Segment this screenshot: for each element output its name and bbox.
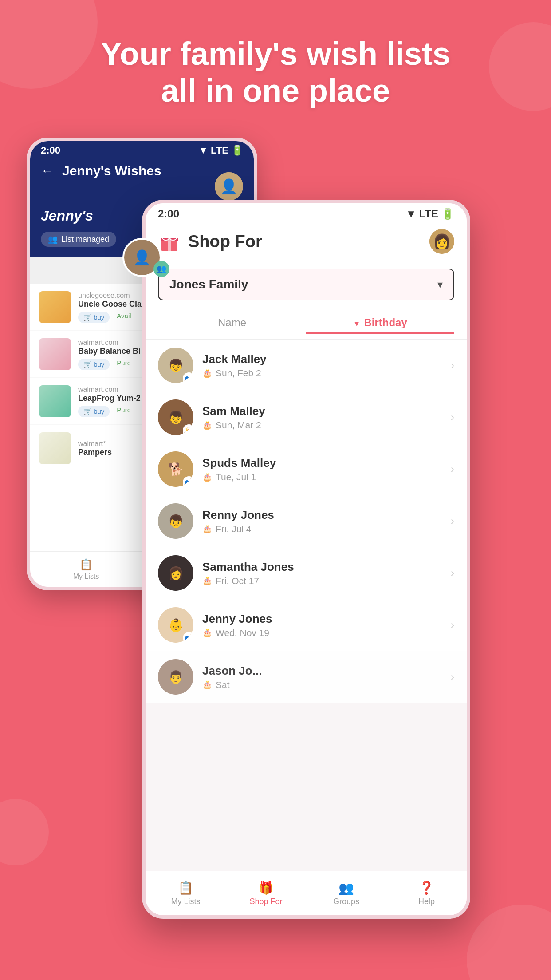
birthday-jenny: 🎂 Wed, Nov 19: [202, 628, 442, 638]
cake-icon-sam: 🎂: [202, 420, 212, 430]
front-tabbar: 📋 My Lists 🎁 Shop For 👥 Groups ❓ Help: [146, 871, 467, 915]
front-mylists-label: My Lists: [171, 897, 200, 906]
birthday-spuds: 🎂 Tue, Jul 1: [202, 472, 442, 482]
front-tab-shopfor[interactable]: 🎁 Shop For: [226, 871, 306, 915]
chevron-jason: ›: [451, 671, 454, 683]
wish-thumb-blocks: [39, 291, 71, 323]
birthday-jason: 🎂 Sat: [202, 680, 442, 690]
back-arrow-icon[interactable]: ←: [41, 164, 53, 178]
badge-sam: 👑: [183, 424, 193, 435]
person-item-renny[interactable]: 👦 Renny Jones 🎂 Fri, Jul 4 ›: [146, 495, 467, 547]
front-status-bar: 2:00 ▼ LTE 🔋: [146, 203, 467, 225]
info-jenny: Jenny Jones 🎂 Wed, Nov 19: [202, 612, 442, 638]
cake-icon-jack: 🎂: [202, 368, 212, 378]
birthday-date-sam: Sun, Mar 2: [216, 420, 261, 431]
birthday-date-renny: Fri, Jul 4: [216, 524, 252, 534]
dropdown-container: Jones Family ▾: [146, 261, 467, 308]
front-header: Shop For 👩: [146, 225, 467, 261]
name-jack: Jack Malley: [202, 352, 442, 366]
wish-thumb-bike: [39, 338, 71, 370]
dropdown-arrow-icon: ▾: [437, 278, 443, 291]
buy-button-2[interactable]: 🛒 buy: [78, 406, 110, 417]
front-groups-label: Groups: [333, 897, 359, 906]
hero-text: Your family's wish lists all in one plac…: [0, 36, 551, 109]
birthday-jack: 🎂 Sun, Feb 2: [202, 368, 442, 379]
list-managed-badge: 👥 List managed: [41, 232, 116, 247]
front-signal-icon: LTE: [419, 208, 438, 220]
family-dropdown[interactable]: Jones Family ▾: [158, 269, 454, 300]
dropdown-label: Jones Family: [169, 277, 248, 292]
back-nav: ← Jenny's Wishes: [41, 160, 243, 182]
birthday-samantha: 🎂 Fri, Oct 17: [202, 576, 442, 586]
back-status-bar: 2:00 ▼ LTE 🔋: [30, 141, 254, 160]
back-phone-title: Jenny's Wishes: [62, 163, 161, 178]
sort-arrow-icon: ▼: [353, 320, 362, 328]
avatar-jack: 👦 👥: [158, 348, 193, 383]
cake-icon-spuds: 🎂: [202, 472, 212, 482]
front-shopfor-icon: 🎁: [258, 881, 274, 895]
face-samantha: 👩: [158, 555, 193, 591]
group-badge-back: 👥: [153, 261, 169, 277]
cake-icon-jason: 🎂: [202, 680, 212, 690]
back-tab-mylists[interactable]: 📋 My Lists: [30, 552, 142, 587]
front-title: Shop For: [188, 232, 422, 251]
person-item-jack[interactable]: 👦 👥 Jack Malley 🎂 Sun, Feb 2 ›: [146, 340, 467, 391]
birthday-date-jack: Sun, Feb 2: [216, 368, 261, 379]
avatar-samantha: 👩: [158, 555, 193, 591]
person-item-sam[interactable]: 👦 👑 Sam Malley 🎂 Sun, Mar 2 ›: [146, 391, 467, 443]
badge-jack: 👥: [183, 372, 193, 383]
hero-line2: all in one place: [35, 72, 516, 109]
back-phone-avatar: 👤: [215, 172, 243, 201]
front-tab-help[interactable]: ❓ Help: [386, 871, 467, 915]
mylists-label: My Lists: [73, 573, 99, 581]
mylists-icon: 📋: [79, 558, 93, 571]
signal-icon: LTE: [211, 145, 228, 156]
buy-button-0[interactable]: 🛒 buy: [78, 312, 110, 323]
chevron-renny: ›: [451, 515, 454, 527]
person-item-samantha[interactable]: 👩 Samantha Jones 🎂 Fri, Oct 17 ›: [146, 547, 467, 599]
chevron-sam: ›: [451, 411, 454, 423]
cake-icon-jenny: 🎂: [202, 628, 212, 638]
jenny-cursive-name: Jenny's: [41, 208, 93, 224]
name-samantha: Samantha Jones: [202, 560, 442, 574]
avatar-face: 👤: [215, 172, 243, 201]
info-jack: Jack Malley 🎂 Sun, Feb 2: [202, 352, 442, 379]
gift-logo: [158, 230, 181, 253]
avatar-spuds: 🐕 👥: [158, 451, 193, 487]
info-samantha: Samantha Jones 🎂 Fri, Oct 17: [202, 560, 442, 586]
face-renny: 👦: [158, 503, 193, 539]
sort-tab-name[interactable]: Name: [158, 313, 306, 334]
front-wifi-icon: ▼: [406, 208, 417, 220]
badge-jenny: 👥: [183, 632, 193, 643]
avatar-jenny: 👶 👥: [158, 607, 193, 643]
buy-button-1[interactable]: 🛒 buy: [78, 359, 110, 370]
person-item-spuds[interactable]: 🐕 👥 Spuds Malley 🎂 Tue, Jul 1 ›: [146, 443, 467, 495]
avatar-renny: 👦: [158, 503, 193, 539]
birthday-sam: 🎂 Sun, Mar 2: [202, 420, 442, 431]
cake-icon-samantha: 🎂: [202, 576, 212, 586]
name-spuds: Spuds Malley: [202, 456, 442, 470]
sort-birthday-label: Birthday: [364, 316, 407, 328]
back-status-time: 2:00: [41, 145, 60, 156]
person-item-jason[interactable]: 👨 Jason Jo... 🎂 Sat ›: [146, 651, 467, 703]
front-tab-mylists[interactable]: 📋 My Lists: [146, 871, 226, 915]
birthday-date-spuds: Tue, Jul 1: [216, 472, 256, 482]
chevron-jack: ›: [451, 359, 454, 371]
front-tab-groups[interactable]: 👥 Groups: [306, 871, 386, 915]
back-status-icons: ▼ LTE 🔋: [198, 145, 243, 156]
front-status-time: 2:00: [158, 208, 179, 220]
front-shopfor-label: Shop For: [249, 897, 282, 906]
sort-name-label: Name: [218, 316, 246, 328]
name-renny: Renny Jones: [202, 508, 442, 522]
name-jenny: Jenny Jones: [202, 612, 442, 626]
chevron-jenny: ›: [451, 619, 454, 631]
birthday-date-jason: Sat: [216, 680, 230, 690]
sort-tab-birthday[interactable]: ▼ Birthday: [306, 313, 454, 334]
front-status-icons: ▼ LTE 🔋: [406, 208, 454, 220]
front-mylists-icon: 📋: [178, 881, 193, 895]
front-groups-icon: 👥: [338, 881, 354, 895]
person-item-jenny[interactable]: 👶 👥 Jenny Jones 🎂 Wed, Nov 19 ›: [146, 599, 467, 651]
front-avatar: 👩: [429, 229, 454, 254]
info-renny: Renny Jones 🎂 Fri, Jul 4: [202, 508, 442, 534]
front-help-label: Help: [418, 897, 435, 906]
